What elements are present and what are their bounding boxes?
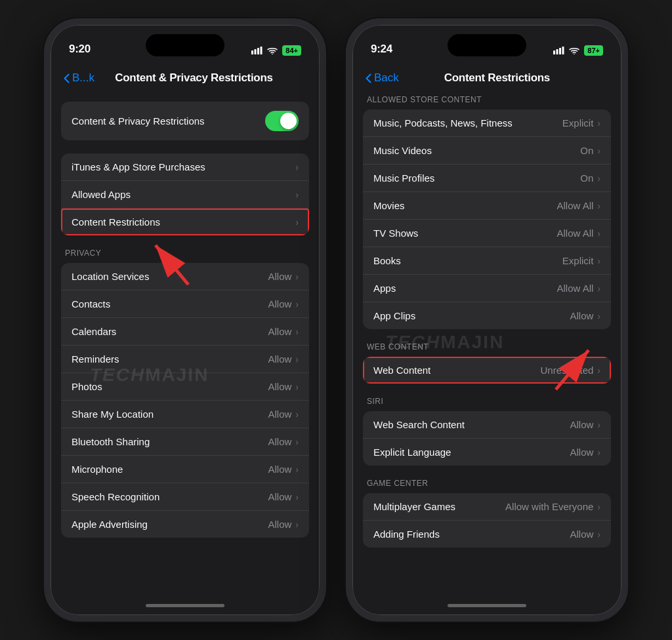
music-videos-chevron: › [597, 146, 600, 156]
calendars-item[interactable]: Calendars Allow › [61, 318, 309, 346]
music-profiles-item[interactable]: Music Profiles On › [363, 165, 611, 192]
battery-right: 87+ [584, 45, 603, 56]
photos-label: Photos [72, 381, 102, 392]
dynamic-island [146, 34, 224, 56]
game-center-list: Multiplayer Games Allow with Everyone › … [363, 493, 611, 548]
tv-shows-right: Allow All › [556, 228, 600, 239]
explicit-language-value: Allow [570, 447, 593, 458]
itunes-right: › [295, 162, 299, 172]
music-podcasts-label: Music, Podcasts, News, Fitness [373, 117, 513, 129]
share-my-location-right: Allow › [268, 409, 299, 420]
explicit-language-item[interactable]: Explicit Language Allow › [363, 439, 611, 466]
home-bar-right [448, 604, 526, 607]
home-indicator-left [51, 595, 320, 615]
web-search-content-chevron: › [597, 420, 600, 430]
tv-shows-label: TV Shows [373, 228, 418, 239]
photos-item[interactable]: Photos Allow › [61, 373, 309, 401]
contacts-value: Allow [268, 298, 291, 310]
movies-item[interactable]: Movies Allow All › [363, 192, 611, 220]
adding-friends-label: Adding Friends [373, 529, 440, 540]
allowed-apps-right: › [295, 190, 299, 200]
share-my-location-label: Share My Location [72, 409, 154, 420]
adding-friends-chevron: › [597, 529, 600, 540]
multiplayer-games-label: Multiplayer Games [373, 501, 455, 512]
multiplayer-games-item[interactable]: Multiplayer Games Allow with Everyone › [363, 493, 611, 521]
multiplayer-games-chevron: › [597, 502, 600, 512]
apps-item[interactable]: Apps Allow All › [363, 275, 611, 302]
apps-right: Allow All › [556, 283, 600, 294]
books-chevron: › [597, 256, 600, 266]
reminders-chevron: › [295, 354, 299, 365]
speech-recognition-value: Allow [268, 491, 291, 502]
home-indicator-right [352, 595, 621, 615]
content-restrictions-item[interactable]: Content Restrictions › [61, 209, 309, 235]
contacts-label: Contacts [72, 298, 110, 310]
apple-advertising-chevron: › [295, 519, 299, 530]
web-search-content-label: Web Search Content [373, 419, 465, 430]
reminders-right: Allow › [268, 353, 299, 365]
bluetooth-sharing-label: Bluetooth Sharing [72, 436, 150, 447]
music-videos-right: On › [580, 145, 600, 156]
music-profiles-value: On [580, 172, 593, 184]
reminders-item[interactable]: Reminders Allow › [61, 346, 309, 373]
page-title-left: Content & Privacy Restrictions [94, 71, 293, 85]
allowed-store-section: ALLOWED STORE CONTENT Music, Podcasts, N… [363, 95, 611, 329]
share-my-location-value: Allow [268, 409, 291, 420]
back-button-right[interactable]: Back [366, 71, 399, 85]
siri-list: Web Search Content Allow › Explicit Lang… [363, 411, 611, 466]
explicit-language-label: Explicit Language [373, 447, 451, 458]
books-item[interactable]: Books Explicit › [363, 247, 611, 275]
microphone-value: Allow [268, 464, 291, 475]
speech-recognition-label: Speech Recognition [72, 491, 159, 502]
location-services-right: Allow › [268, 271, 299, 282]
books-value: Explicit [562, 255, 594, 266]
apple-advertising-label: Apple Advertising [72, 519, 148, 530]
allowed-apps-item[interactable]: Allowed Apps › [61, 181, 309, 209]
content-restrictions-chevron: › [295, 217, 299, 228]
share-my-location-item[interactable]: Share My Location Allow › [61, 401, 309, 428]
red-arrow-right [543, 337, 602, 399]
svg-rect-8 [559, 48, 561, 54]
nav-header-left: B...k Content & Privacy Restrictions [51, 61, 320, 95]
status-icons-right: 87+ [553, 45, 603, 56]
tv-shows-chevron: › [597, 228, 600, 239]
app-clips-value: Allow [570, 310, 593, 321]
microphone-item[interactable]: Microphone Allow › [61, 456, 309, 483]
apple-advertising-item[interactable]: Apple Advertising Allow › [61, 511, 309, 538]
contacts-item[interactable]: Contacts Allow › [61, 290, 309, 318]
nav-header-right: Back Content Restrictions [352, 61, 621, 95]
dynamic-island-right [448, 34, 526, 56]
microphone-label: Microphone [72, 464, 123, 475]
bluetooth-sharing-item[interactable]: Bluetooth Sharing Allow › [61, 428, 309, 456]
adding-friends-item[interactable]: Adding Friends Allow › [363, 521, 611, 548]
bluetooth-sharing-chevron: › [295, 437, 299, 447]
tv-shows-item[interactable]: TV Shows Allow All › [363, 220, 611, 247]
music-videos-item[interactable]: Music Videos On › [363, 137, 611, 165]
red-arrow-left [142, 232, 201, 294]
back-button-left[interactable]: B...k [64, 71, 94, 85]
explicit-language-chevron: › [597, 447, 600, 458]
content-restrictions-label: Content Restrictions [72, 216, 160, 228]
share-my-location-chevron: › [295, 409, 299, 420]
web-content-label: Web Content [373, 365, 430, 376]
siri-header: SIRI [363, 397, 611, 411]
web-search-content-value: Allow [570, 419, 593, 430]
back-chevron-right [366, 73, 371, 83]
web-search-content-item[interactable]: Web Search Content Allow › [363, 411, 611, 439]
svg-rect-9 [562, 47, 564, 54]
toggle-switch[interactable] [265, 111, 299, 131]
itunes-app-store-item[interactable]: iTunes & App Store Purchases › [61, 153, 309, 181]
app-clips-item[interactable]: App Clips Allow › [363, 302, 611, 329]
menu-list-group: iTunes & App Store Purchases › Allowed A… [61, 153, 309, 235]
movies-right: Allow All › [556, 200, 600, 211]
allowed-apps-chevron: › [295, 190, 299, 200]
apps-label: Apps [373, 283, 396, 294]
music-podcasts-value: Explicit [562, 117, 594, 129]
speech-recognition-item[interactable]: Speech Recognition Allow › [61, 483, 309, 511]
music-podcasts-item[interactable]: Music, Podcasts, News, Fitness Explicit … [363, 110, 611, 137]
itunes-label: iTunes & App Store Purchases [72, 161, 205, 172]
allowed-apps-label: Allowed Apps [72, 189, 131, 200]
wifi-icon-right [569, 47, 579, 54]
itunes-chevron: › [295, 162, 299, 172]
music-videos-label: Music Videos [373, 145, 432, 156]
